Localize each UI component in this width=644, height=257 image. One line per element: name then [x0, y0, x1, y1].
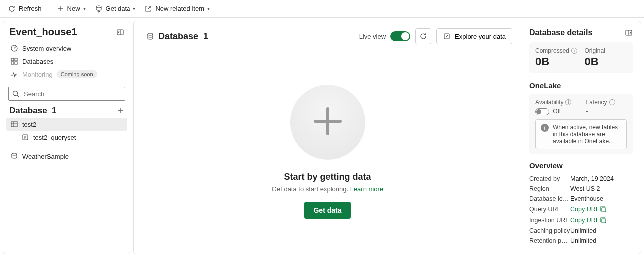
search-input[interactable]: [23, 90, 122, 98]
original-label: Original: [585, 47, 627, 54]
original-value: 0B: [585, 55, 627, 68]
chevron-down-icon: ▾: [133, 6, 135, 11]
get-data-primary-button[interactable]: Get data: [304, 202, 350, 219]
details-pane: Database details Compressed i 0B Origina…: [521, 21, 641, 254]
chevron-down-icon: ▾: [83, 6, 86, 11]
plus-large-icon: [310, 104, 345, 140]
sidebar-database-name[interactable]: Database_1: [9, 106, 57, 116]
overview-row: Ingestion URL Copy URI: [529, 215, 633, 226]
tree-item-queryset[interactable]: test2_queryset: [6, 131, 127, 144]
nav-system-overview[interactable]: System overview: [6, 42, 127, 55]
refresh-label: Refresh: [19, 5, 42, 12]
compressed-value: 0B: [535, 55, 578, 68]
nav-databases[interactable]: Databases: [6, 55, 127, 68]
collapse-icon[interactable]: [116, 28, 124, 36]
info-icon[interactable]: i: [565, 99, 571, 105]
onelake-note-text: When active, new tables in this database…: [553, 124, 621, 145]
learn-more-link[interactable]: Learn more: [350, 185, 383, 193]
svg-rect-14: [602, 208, 606, 212]
overview-title: Overview: [529, 161, 633, 170]
top-toolbar: Refresh New ▾ Get data ▾ New related ite…: [0, 0, 644, 18]
row-value: Unlimited: [570, 237, 633, 244]
new-button[interactable]: New ▾: [52, 2, 90, 16]
nav-label: Monitoring: [22, 71, 53, 78]
row-key: Database locati...: [529, 195, 570, 202]
refresh-icon: [419, 32, 427, 40]
new-related-button[interactable]: New related item ▾: [140, 2, 214, 16]
toolbar-separator: [49, 4, 49, 14]
svg-rect-4: [15, 58, 17, 61]
database-icon: [146, 32, 154, 40]
availability-value[interactable]: Off: [535, 108, 576, 115]
tree-item-table[interactable]: test2: [6, 118, 127, 131]
expand-icon[interactable]: [625, 29, 633, 37]
overview-row: Database locati... Eventhouse: [529, 194, 633, 204]
info-icon[interactable]: i: [571, 48, 577, 54]
refresh-center-button[interactable]: [415, 28, 431, 44]
copy-icon: [599, 205, 607, 213]
row-value: Unlimited: [570, 227, 633, 234]
svg-point-7: [13, 91, 18, 96]
live-view-toggle[interactable]: [390, 31, 410, 41]
copy-ingestion-url[interactable]: Copy URI: [570, 216, 633, 224]
nav-label: Databases: [22, 58, 53, 65]
empty-title: Start by getting data: [284, 172, 371, 182]
svg-rect-15: [602, 219, 606, 223]
latency-label: Latency i: [586, 99, 627, 106]
row-key: Caching policy: [529, 227, 570, 234]
svg-rect-8: [11, 122, 17, 127]
info-icon: i: [541, 124, 549, 132]
search-input-wrap[interactable]: [8, 87, 125, 101]
copy-query-uri[interactable]: Copy URI: [570, 205, 633, 213]
size-stats: Compressed i 0B Original 0B: [529, 42, 633, 73]
refresh-icon: [8, 5, 16, 13]
compressed-label: Compressed i: [535, 47, 578, 54]
center-pane: Database_1 Live view Explore your data: [134, 21, 521, 254]
database-title-wrap[interactable]: Database_1: [143, 30, 212, 43]
overview-row: Retention policy Unlimited: [529, 236, 633, 246]
explore-button[interactable]: Explore your data: [436, 28, 512, 44]
svg-rect-5: [11, 62, 14, 64]
plus-icon: [56, 5, 64, 13]
compass-icon: [443, 32, 451, 40]
row-value: March, 19 2024: [570, 175, 633, 182]
get-data-button[interactable]: Get data ▾: [91, 2, 140, 16]
onelake-box: Availability i Off Latency i -: [529, 94, 633, 154]
add-table-icon[interactable]: [116, 107, 124, 115]
overview-list: Created by March, 19 2024 Region West US…: [529, 174, 633, 246]
availability-toggle[interactable]: [535, 108, 549, 115]
empty-illustration: [290, 85, 365, 160]
coming-soon-badge: Coming soon: [57, 70, 97, 78]
onelake-title: OneLake: [529, 81, 633, 90]
row-key: Query URI: [529, 206, 570, 213]
svg-point-11: [148, 33, 153, 35]
nav-monitoring: Monitoring Coming soon: [6, 68, 127, 81]
latency-value: -: [586, 108, 627, 115]
svg-rect-6: [15, 62, 17, 64]
search-icon: [12, 90, 20, 98]
info-icon[interactable]: i: [609, 99, 615, 105]
empty-subtitle: Get data to start exploring. Learn more: [272, 185, 383, 193]
onelake-note: i When active, new tables in this databa…: [535, 119, 627, 149]
chevron-down-icon: ▾: [207, 6, 210, 11]
explore-label: Explore your data: [455, 33, 506, 40]
svg-point-0: [96, 6, 101, 8]
row-value: West US 2: [570, 185, 633, 192]
empty-sub-text: Get data to start exploring.: [272, 185, 350, 193]
gauge-icon: [10, 44, 18, 52]
overview-row: Created by March, 19 2024: [529, 174, 633, 184]
table-icon: [10, 120, 18, 128]
tree-label: WeatherSample: [22, 153, 69, 160]
sidebar: Event_house1 System overview Databases: [3, 21, 130, 254]
refresh-button[interactable]: Refresh: [4, 2, 46, 16]
live-view-label: Live view: [359, 33, 386, 40]
row-key: Ingestion URL: [529, 217, 570, 224]
new-label: New: [67, 5, 80, 12]
tree-item-table[interactable]: WeatherSample: [6, 150, 127, 163]
row-key: Created by: [529, 175, 570, 182]
overview-row: Query URI Copy URI: [529, 204, 633, 215]
svg-point-10: [12, 153, 17, 155]
row-value: Eventhouse: [570, 195, 633, 202]
new-related-label: New related item: [155, 5, 204, 12]
grid-icon: [10, 57, 18, 65]
